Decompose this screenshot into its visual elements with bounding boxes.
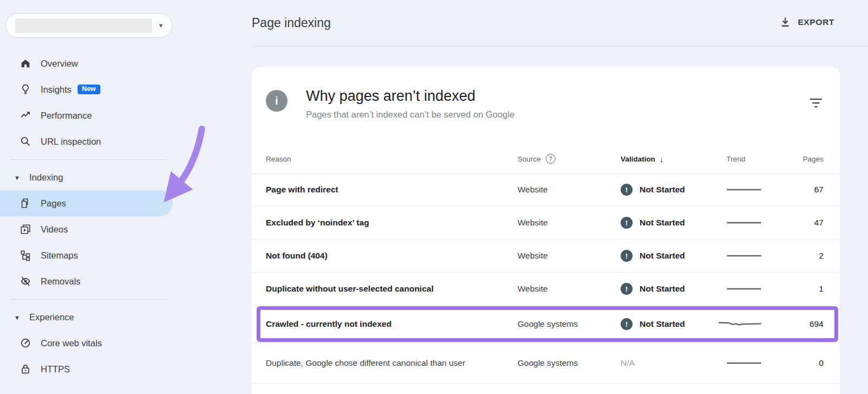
alert-icon: ! [621, 283, 633, 295]
source-cell: Website [518, 251, 621, 261]
pages-count-cell: 67 [792, 185, 824, 195]
sidebar-item-label: Sitemaps [41, 250, 78, 261]
triangle-down-icon: ▼ [14, 175, 21, 181]
sidebar-item-sitemaps[interactable]: Sitemaps [0, 242, 234, 268]
column-header-trend[interactable]: Trend [726, 155, 792, 163]
sidebar-item-https[interactable]: HTTPS [0, 356, 234, 382]
column-header-source[interactable]: Source ? [518, 154, 621, 164]
speedometer-icon [20, 337, 31, 349]
pages-icon [20, 197, 31, 209]
reason-cell: Duplicate without user-selected canonica… [266, 284, 518, 294]
trend-sparkline [726, 285, 792, 293]
table-row-duplicate-without-canonical[interactable]: Duplicate without user-selected canonica… [252, 273, 840, 306]
sidebar-item-label: Pages [41, 198, 66, 209]
validation-cell: N/A [621, 358, 726, 368]
sidebar-item-label: Overview [41, 59, 78, 69]
sidebar-item-label: Videos [41, 224, 68, 235]
property-selector[interactable]: ▼ [5, 13, 173, 38]
sidebar-item-removals[interactable]: Removals [0, 268, 234, 294]
page-title: Page indexing [252, 16, 331, 30]
table-body: Page with redirect Website ! Not Started… [252, 173, 840, 384]
trend-sparkline [726, 320, 792, 328]
sidebar-section-label: Experience [29, 312, 74, 322]
source-cell: Google systems [518, 319, 621, 329]
info-icon: i [266, 90, 288, 112]
validation-cell: ! Not Started [621, 217, 726, 229]
page-indexing-screen: { "sidebar": { "items": [ {"label": "Ove… [0, 0, 868, 394]
sidebar-item-core-web-vitals[interactable]: Core web vitals [0, 330, 234, 356]
table-header-row: Reason Source ? Validation ↓ Trend Pages [252, 144, 840, 174]
trend-sparkline [726, 252, 792, 260]
filter-icon[interactable] [809, 96, 823, 110]
pages-count-cell: 2 [792, 251, 824, 261]
sidebar-section-indexing[interactable]: ▼ Indexing [0, 165, 234, 190]
pages-count-cell: 0 [792, 358, 824, 368]
export-button[interactable]: EXPORT [780, 16, 834, 28]
pages-count-cell: 47 [792, 218, 824, 228]
card-title: Why pages aren’t indexed [306, 88, 475, 105]
pages-count-cell: 694 [792, 319, 824, 329]
sidebar-item-performance[interactable]: Performance [0, 102, 234, 128]
source-cell: Website [518, 185, 621, 195]
reason-cell: Excluded by ‘noindex’ tag [266, 218, 518, 228]
trending-up-icon [20, 109, 31, 121]
home-icon [20, 57, 31, 69]
column-header-validation[interactable]: Validation ↓ [621, 154, 726, 164]
why-pages-arent-indexed-card: i Why pages aren’t indexed Pages that ar… [252, 67, 840, 394]
sidebar-item-pages[interactable]: Pages [0, 190, 173, 216]
sidebar-item-overview[interactable]: Overview [0, 50, 234, 76]
trend-sparkline [726, 219, 792, 227]
validation-cell: ! Not Started [621, 184, 726, 196]
sidebar-item-label: Removals [41, 276, 80, 287]
videos-icon [20, 223, 31, 235]
sidebar-item-insights[interactable]: Insights New [0, 76, 234, 102]
reason-cell: Crawled - currently not indexed [266, 319, 518, 329]
reason-cell: Duplicate, Google chose different canoni… [266, 358, 518, 368]
sidebar-item-videos[interactable]: Videos [0, 216, 234, 242]
sidebar-divider [10, 159, 167, 160]
eye-off-icon [20, 275, 31, 287]
validation-cell: ! Not Started [621, 283, 726, 295]
source-cell: Google systems [518, 358, 621, 368]
alert-icon: ! [621, 250, 633, 262]
table-row-crawled-not-indexed[interactable]: Crawled - currently not indexed Google s… [252, 306, 840, 343]
table-row-page-with-redirect[interactable]: Page with redirect Website ! Not Started… [252, 173, 840, 206]
lock-icon [20, 363, 31, 375]
alert-icon: ! [621, 318, 633, 330]
download-icon [780, 16, 791, 28]
sidebar-section-label: Indexing [29, 172, 63, 183]
sidebar-item-url-inspection[interactable]: URL inspection [0, 128, 234, 154]
new-badge: New [78, 85, 100, 95]
search-icon [20, 135, 31, 147]
sidebar-item-label: Insights [41, 85, 72, 95]
triangle-down-icon: ▼ [14, 314, 21, 321]
trend-sparkline [726, 186, 792, 193]
sort-descending-icon: ↓ [660, 154, 664, 164]
column-header-reason[interactable]: Reason [266, 155, 518, 163]
source-cell: Website [518, 218, 621, 228]
pages-count-cell: 1 [792, 284, 824, 294]
source-cell: Website [518, 284, 621, 294]
sidebar-item-label: Performance [41, 111, 92, 121]
export-label: EXPORT [798, 17, 834, 27]
sidebar-section-experience[interactable]: ▼ Experience [0, 305, 234, 330]
sidebar-item-label: URL inspection [41, 137, 101, 147]
card-subtitle: Pages that aren’t indexed can’t be serve… [306, 109, 514, 120]
table-row-not-found-404[interactable]: Not found (404) Website ! Not Started 2 [252, 240, 840, 273]
property-name-redacted [15, 18, 152, 33]
validation-cell: ! Not Started [621, 250, 726, 262]
sidebar-divider [10, 299, 167, 300]
column-header-pages[interactable]: Pages [792, 155, 824, 163]
table-row-duplicate-google-canonical[interactable]: Duplicate, Google chose different canoni… [252, 343, 840, 384]
sidebar-item-label: HTTPS [41, 364, 70, 374]
table-row-excluded-by-noindex[interactable]: Excluded by ‘noindex’ tag Website ! Not … [252, 206, 840, 240]
sidebar: ▼ Overview Insights New [0, 0, 234, 394]
chevron-down-icon: ▼ [158, 22, 164, 29]
help-icon[interactable]: ? [546, 154, 556, 164]
reason-cell: Page with redirect [266, 185, 518, 195]
alert-icon: ! [621, 184, 633, 196]
alert-icon: ! [621, 217, 633, 229]
lightbulb-icon [20, 83, 31, 95]
sidebar-nav: Overview Insights New Perform [0, 50, 234, 382]
sitemaps-icon [20, 249, 31, 261]
